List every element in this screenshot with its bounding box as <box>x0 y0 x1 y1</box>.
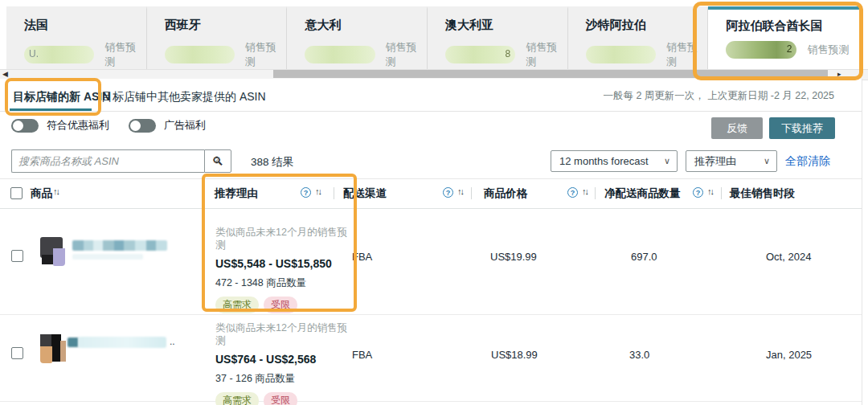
sort-reason-icon[interactable]: ↑↓ <box>315 186 321 196</box>
forecast-select-value: 12 months forecast <box>559 155 649 167</box>
column-channel: 配送渠道 <box>343 186 387 201</box>
help-net-quantity-icon[interactable]: ? <box>693 187 703 198</box>
blurred-product-subtitle <box>72 254 143 260</box>
net-quantity-value: 33.0 <box>629 349 649 361</box>
country-tab-label: 沙特阿拉伯 <box>586 18 708 33</box>
country-tab-spain[interactable]: 西班牙 销售预测 <box>147 6 288 69</box>
row-checkbox[interactable] <box>11 250 23 262</box>
blurred-forecast-pill: 2 <box>726 41 796 59</box>
channel-value: FBA <box>352 349 372 361</box>
image-block <box>42 255 53 264</box>
forecast-label: 销售预测 <box>104 40 146 69</box>
update-note: 一般每 2 周更新一次， 上次更新日期 -2 月 22, 2025 <box>603 89 834 103</box>
sort-net-quantity-icon[interactable]: ↑↓ <box>707 186 713 196</box>
toggle-knob <box>13 121 23 131</box>
country-tab-italy[interactable]: 意大利 销售预测 <box>287 6 428 69</box>
column-best-period: 最佳销售时段 <box>730 186 795 201</box>
help-channel-icon[interactable]: ? <box>443 187 453 198</box>
pill-hint-text: 2 <box>787 43 792 55</box>
clear-all-link[interactable]: 全部清除 <box>785 154 830 169</box>
high-demand-badge: 高需求 <box>215 392 259 405</box>
table-header: 商品 ↑↓ 推荐理由 ? ↑↓ 配送渠道 ? ↑↓ 商品价格 ? ↑↓ 净配送商… <box>0 178 862 209</box>
forecast-label: 销售预测 <box>386 40 428 69</box>
marketplace-tab-strip: 法国 U. 销售预测 西班牙 销售预测 意大利 销售预测 澳大利亚 8 销 <box>6 6 862 69</box>
country-tab-france[interactable]: 法国 U. 销售预测 <box>6 6 147 69</box>
column-net-quantity: 净配送商品数量 <box>604 186 681 201</box>
toggle-row: 符合优惠福利 广告福利 <box>11 118 217 133</box>
tab-new-asin[interactable]: 目标店铺的新 ASIN <box>13 90 110 104</box>
blurred-forecast-pill: 8 <box>445 46 515 63</box>
country-tab-saudi-arabia[interactable]: 沙特阿拉伯 销售预测 <box>568 6 709 69</box>
deal-benefit-label: 符合优惠福利 <box>47 118 109 133</box>
search-icon: 🔍︎ <box>212 154 224 168</box>
column-price: 商品价格 <box>484 186 527 201</box>
blurred-forecast-pill <box>586 46 656 63</box>
reason-title: 类似商品未来12个月的销售预测 <box>215 226 356 252</box>
tab-other-sellers-asin[interactable]: 目标店铺中其他卖家提供的 ASIN <box>101 90 266 104</box>
results-count: 388 结果 <box>251 155 293 170</box>
country-tab-label: 澳大利亚 <box>445 18 567 33</box>
table-row: 类似商品未来12个月的销售预测 US$5,548 - US$15,850 472… <box>0 208 862 315</box>
search-input[interactable] <box>11 149 204 173</box>
country-tab-label: 西班牙 <box>165 18 287 33</box>
net-quantity-value: 697.0 <box>631 251 657 263</box>
blurred-forecast-pill: U. <box>24 46 94 63</box>
column-product: 商品 <box>31 186 52 201</box>
scrollbar-thumb[interactable] <box>273 70 828 78</box>
quantity-range: 472 - 1348 商品数量 <box>215 276 356 290</box>
blurred-product-title <box>72 240 167 251</box>
sales-forecast-page: 法国 U. 销售预测 西班牙 销售预测 意大利 销售预测 澳大利亚 8 销 <box>0 0 868 405</box>
forecast-label: 销售预测 <box>807 43 849 57</box>
search-button[interactable]: 🔍︎ <box>204 149 231 173</box>
download-recommendations-button[interactable]: 下载推荐 <box>769 117 835 139</box>
toggle-knob <box>130 121 141 131</box>
scroll-right-arrow-icon[interactable]: ▸ <box>837 69 841 79</box>
column-divider <box>471 187 472 199</box>
high-demand-badge: 高需求 <box>215 297 259 313</box>
country-tab-uae[interactable]: 阿拉伯联合酋长国 2 销售预测 <box>708 6 862 69</box>
chevron-down-icon: ∨ <box>664 156 670 166</box>
sort-channel-icon[interactable]: ↑↓ <box>457 186 463 196</box>
sort-price-icon[interactable]: ↑↓ <box>582 186 588 196</box>
product-image[interactable] <box>40 237 68 266</box>
column-divider <box>721 187 722 199</box>
pill-hint-text: U. <box>29 48 39 59</box>
forecast-label: 销售预测 <box>666 40 708 69</box>
forecast-period-select[interactable]: 12 months forecast∨ <box>551 150 678 172</box>
recommendation-reason-select[interactable]: 推荐理由∨ <box>686 150 777 172</box>
recommendation-reason-cell: 类似商品未来12个月的销售预测 US$764 - US$2,568 37 - 1… <box>215 321 356 405</box>
recommendation-reason-cell: 类似商品未来12个月的销售预测 US$5,548 - US$15,850 472… <box>215 226 356 313</box>
blurred-product-title <box>78 337 166 348</box>
deal-benefit-toggle[interactable] <box>11 119 39 133</box>
ad-benefit-toggle[interactable] <box>129 119 156 133</box>
country-tab-label: 意大利 <box>305 18 427 33</box>
forecast-label: 销售预测 <box>245 40 287 69</box>
scroll-left-arrow-icon[interactable]: ◀ <box>2 69 8 79</box>
pill-hint-text: 8 <box>506 48 511 59</box>
blurred-forecast-pill <box>305 46 375 63</box>
product-image[interactable] <box>40 334 68 363</box>
quantity-range: 37 - 126 商品数量 <box>215 372 356 386</box>
channel-value: FBA <box>352 251 372 263</box>
help-price-icon[interactable]: ? <box>567 187 578 198</box>
help-reason-icon[interactable]: ? <box>301 187 311 198</box>
country-tab-australia[interactable]: 澳大利亚 8 销售预测 <box>428 6 568 69</box>
best-period-value: Oct, 2024 <box>766 251 811 263</box>
best-period-value: Jan, 2025 <box>766 349 812 361</box>
blurred-product-title <box>68 338 79 347</box>
row-checkbox[interactable] <box>11 347 23 359</box>
forecast-range: US$5,548 - US$15,850 <box>215 257 356 270</box>
select-all-checkbox[interactable] <box>10 187 23 199</box>
table-row: .. 类似商品未来12个月的销售预测 US$764 - US$2,568 37 … <box>0 315 862 402</box>
feedback-button[interactable]: 反馈 <box>711 117 763 139</box>
image-block <box>53 248 65 266</box>
ad-benefit-label: 广告福利 <box>164 118 206 133</box>
chevron-down-icon: ∨ <box>764 156 770 166</box>
forecast-label: 销售预测 <box>526 40 567 69</box>
search-bar: 🔍︎ <box>11 149 231 173</box>
restricted-badge: 受限 <box>264 392 297 405</box>
reason-select-value: 推荐理由 <box>694 154 736 169</box>
forecast-range: US$764 - US$2,568 <box>215 353 356 366</box>
image-block <box>60 341 66 362</box>
sort-product-icon[interactable]: ↑↓ <box>53 186 59 196</box>
